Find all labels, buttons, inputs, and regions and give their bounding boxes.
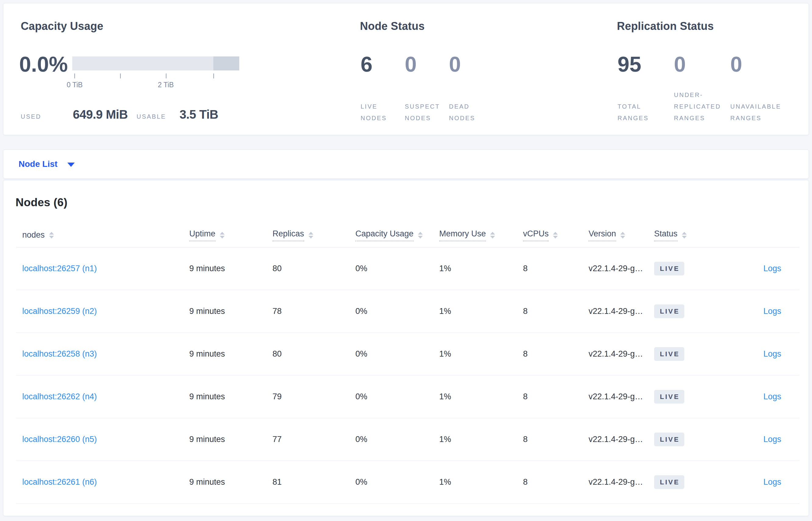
version-cell: v22.1.4-29-g…	[589, 392, 654, 402]
node-list-dropdown[interactable]: Node List	[19, 159, 75, 169]
sort-icon	[49, 232, 54, 239]
logs-link[interactable]: Logs	[763, 264, 781, 273]
unavailable-ranges-count: 0	[730, 53, 742, 76]
nodes-panel: Nodes (6) nodes Uptime Replicas	[3, 180, 809, 516]
version-cell: v22.1.4-29-g…	[589, 435, 654, 444]
under-replicated-ranges-label: UNDER- REPLICATED RANGES	[674, 89, 721, 124]
replicas-cell: 78	[272, 307, 355, 316]
sort-icon	[620, 232, 625, 239]
capacity-cell: 0%	[355, 477, 439, 487]
node-link[interactable]: localhost:26259 (n2)	[22, 307, 97, 316]
capacity-axis-tick	[213, 73, 214, 78]
column-header-capacity-usage[interactable]: Capacity Usage	[355, 229, 439, 241]
status-badge: LIVE	[654, 347, 684, 361]
node-link[interactable]: localhost:26260 (n5)	[22, 435, 97, 444]
uptime-cell: 9 minutes	[189, 349, 272, 359]
dead-nodes-count: 0	[449, 53, 461, 76]
column-header-nodes[interactable]: nodes	[22, 230, 189, 240]
vcpus-cell: 8	[523, 349, 589, 359]
replicas-cell: 80	[272, 264, 355, 273]
sort-icon	[220, 232, 225, 239]
table-row: localhost:26258 (n3) 9 minutes 80 0% 1% …	[16, 333, 799, 376]
memory-cell: 1%	[439, 307, 523, 316]
under-replicated-ranges-count: 0	[674, 53, 686, 76]
capacity-axis-tick	[166, 73, 166, 78]
capacity-axis-label: 2 TiB	[158, 81, 174, 89]
table-row: localhost:26257 (n1) 9 minutes 80 0% 1% …	[16, 247, 799, 290]
uptime-cell: 9 minutes	[189, 435, 272, 444]
column-header-version[interactable]: Version	[589, 229, 654, 241]
column-header-replicas[interactable]: Replicas	[272, 229, 355, 241]
replication-status-title: Replication Status	[617, 20, 714, 32]
status-badge: LIVE	[654, 433, 684, 446]
node-link[interactable]: localhost:26261 (n6)	[22, 477, 97, 486]
unavailable-ranges-label: UNAVAILABLE RANGES	[730, 101, 781, 124]
table-row: localhost:26260 (n5) 9 minutes 77 0% 1% …	[16, 418, 799, 461]
vcpus-cell: 8	[523, 307, 589, 316]
column-header-uptime[interactable]: Uptime	[189, 229, 272, 241]
uptime-cell: 9 minutes	[189, 392, 272, 402]
capacity-axis-tick	[74, 73, 75, 78]
view-selector-bar: Node List	[3, 150, 809, 179]
capacity-usage-bar: 0 TiB 2 TiB	[72, 56, 239, 70]
replicas-cell: 80	[272, 349, 355, 359]
capacity-cell: 0%	[355, 435, 439, 444]
replicas-cell: 81	[272, 477, 355, 487]
logs-link[interactable]: Logs	[763, 349, 781, 358]
memory-cell: 1%	[439, 349, 523, 359]
nodes-table: nodes Uptime Replicas Capacity Usage	[16, 223, 799, 504]
status-badge: LIVE	[654, 475, 684, 489]
suspect-nodes-count: 0	[405, 53, 417, 76]
column-header-memory-use[interactable]: Memory Use	[439, 229, 523, 241]
chevron-down-icon	[67, 163, 75, 167]
capacity-axis-tick	[120, 73, 121, 78]
memory-cell: 1%	[439, 477, 523, 487]
sort-icon	[682, 232, 687, 239]
status-badge: LIVE	[654, 390, 684, 404]
node-link[interactable]: localhost:26257 (n1)	[22, 264, 97, 273]
page-root: { "summary": { "capacity": { "title": "C…	[0, 0, 812, 521]
vcpus-cell: 8	[523, 264, 589, 273]
suspect-nodes-label: SUSPECT NODES	[405, 101, 440, 124]
capacity-usage-title: Capacity Usage	[21, 20, 103, 32]
status-badge: LIVE	[654, 262, 684, 275]
capacity-used-value: 649.9 MiB	[73, 108, 128, 121]
version-cell: v22.1.4-29-g…	[589, 349, 654, 359]
replicas-cell: 79	[272, 392, 355, 402]
capacity-cell: 0%	[355, 264, 439, 273]
capacity-axis-label: 0 TiB	[67, 81, 82, 89]
logs-link[interactable]: Logs	[763, 477, 781, 486]
capacity-usable-value: 3.5 TiB	[180, 108, 218, 121]
node-list-dropdown-label: Node List	[19, 159, 57, 169]
total-ranges-label: TOTAL RANGES	[618, 101, 649, 124]
node-link[interactable]: localhost:26262 (n4)	[22, 392, 97, 401]
logs-link[interactable]: Logs	[763, 307, 781, 316]
node-link[interactable]: localhost:26258 (n3)	[22, 349, 97, 358]
vcpus-cell: 8	[523, 392, 589, 402]
live-nodes-count: 6	[361, 53, 373, 76]
uptime-cell: 9 minutes	[189, 307, 272, 316]
sort-icon	[490, 232, 495, 239]
memory-cell: 1%	[439, 392, 523, 402]
nodes-table-title: Nodes (6)	[16, 196, 67, 209]
sort-icon	[308, 232, 313, 239]
capacity-cell: 0%	[355, 349, 439, 359]
version-cell: v22.1.4-29-g…	[589, 307, 654, 316]
logs-link[interactable]: Logs	[763, 435, 781, 444]
capacity-used-label: USED	[21, 113, 42, 120]
capacity-used-percent: 0.0%	[19, 53, 68, 76]
replicas-cell: 77	[272, 435, 355, 444]
capacity-cell: 0%	[355, 307, 439, 316]
total-ranges-count: 95	[618, 53, 641, 76]
uptime-cell: 9 minutes	[189, 477, 272, 487]
table-row: localhost:26262 (n4) 9 minutes 79 0% 1% …	[16, 376, 799, 418]
table-row: localhost:26261 (n6) 9 minutes 81 0% 1% …	[16, 461, 799, 504]
status-badge: LIVE	[654, 304, 684, 318]
table-row: localhost:26259 (n2) 9 minutes 78 0% 1% …	[16, 290, 799, 333]
logs-link[interactable]: Logs	[763, 392, 781, 401]
vcpus-cell: 8	[523, 477, 589, 487]
column-header-vcpus[interactable]: vCPUs	[523, 229, 589, 241]
live-nodes-label: LIVE NODES	[361, 101, 387, 124]
sort-icon	[553, 232, 558, 239]
column-header-status[interactable]: Status	[654, 229, 730, 241]
